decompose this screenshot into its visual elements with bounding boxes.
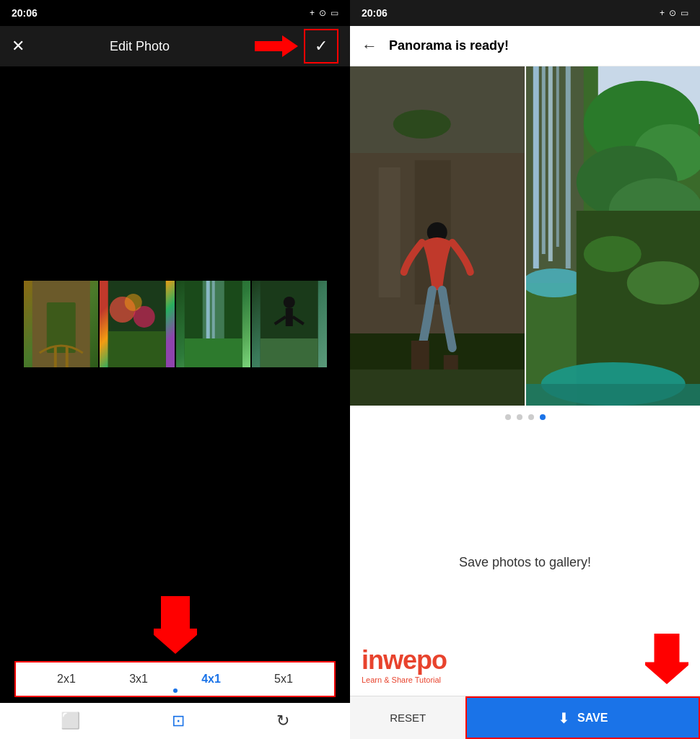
edit-photo-title: Edit Photo [110, 39, 170, 54]
signal-icon-right: + [660, 8, 665, 18]
arrow-down-container [0, 582, 350, 661]
panorama-ready-title: Panorama is ready! [389, 38, 509, 53]
svg-point-50 [626, 261, 699, 305]
toolbar-left: ⬜ ⊡ ↻ [0, 703, 350, 739]
status-bar-right: 20:06 + ⊙ ▭ [350, 0, 700, 26]
battery-icon-right: ▭ [681, 8, 688, 18]
svg-rect-42 [565, 66, 570, 268]
check-button[interactable]: ✓ [304, 29, 338, 64]
svg-rect-4 [65, 346, 68, 367]
dot-3[interactable] [528, 414, 534, 420]
svg-rect-40 [548, 66, 552, 261]
svg-rect-34 [350, 370, 525, 406]
ratio-3x1[interactable]: 3x1 [129, 673, 148, 686]
svg-rect-12 [206, 281, 209, 338]
photo-strip-area [0, 66, 350, 582]
inwepo-subtitle: Learn & Share Tutorial [362, 675, 447, 684]
inwepo-logo-text: inwepo [362, 645, 447, 675]
dot-2[interactable] [517, 414, 522, 420]
strip-image-2 [100, 281, 175, 367]
status-time-right: 20:06 [362, 7, 388, 19]
svg-point-16 [284, 297, 295, 308]
svg-marker-0 [255, 35, 298, 57]
svg-rect-14 [184, 338, 242, 367]
header-right: ← Panorama is ready! [350, 26, 700, 66]
svg-rect-20 [261, 338, 318, 367]
svg-rect-29 [379, 167, 401, 297]
left-panel: 20:06 + ⊙ ▭ ✕ Edit Photo ✓ [0, 0, 350, 739]
status-icons-left: + ⊙ ▭ [310, 8, 338, 18]
check-icon: ✓ [315, 37, 328, 56]
svg-rect-38 [533, 66, 538, 268]
right-panel: 20:06 + ⊙ ▭ ← Panorama is ready! [350, 0, 700, 739]
svg-point-8 [125, 294, 142, 311]
svg-marker-21 [154, 596, 197, 654]
inwepo-brand: inwepo Learn & Share Tutorial [362, 645, 447, 684]
svg-rect-39 [541, 66, 545, 254]
ratio-dot [173, 688, 178, 693]
svg-point-27 [393, 110, 451, 139]
crop-icon[interactable]: ⬜ [61, 712, 80, 730]
arrow-down-save-icon [645, 634, 688, 684]
wifi-icon: ⊙ [319, 8, 326, 18]
battery-icon: ▭ [331, 8, 338, 18]
signal-icon: + [310, 8, 315, 18]
status-icons-right: + ⊙ ▭ [660, 8, 688, 18]
strip-image-3 [176, 281, 251, 367]
strip-image-4 [252, 281, 327, 367]
arrow-down-icon [154, 596, 197, 654]
ratio-5x1[interactable]: 5x1 [274, 673, 293, 686]
header-left: ✕ Edit Photo ✓ [0, 26, 350, 66]
reset-button[interactable]: RESET [350, 696, 465, 739]
dot-1[interactable] [505, 414, 511, 420]
save-button[interactable]: ⬇ SAVE [465, 696, 700, 739]
svg-marker-53 [645, 634, 688, 684]
ratio-4x1[interactable]: 4x1 [201, 673, 221, 686]
photo-strip [24, 281, 327, 367]
back-button[interactable]: ← [362, 37, 377, 56]
status-bar-left: 20:06 + ⊙ ▭ [0, 0, 350, 26]
dot-4-active[interactable] [540, 414, 546, 420]
svg-point-49 [583, 236, 641, 272]
svg-rect-41 [556, 66, 559, 247]
ratio-bar[interactable]: 2x1 3x1 4x1 5x1 [14, 661, 336, 697]
crop-active-icon[interactable]: ⊡ [172, 712, 185, 730]
wifi-icon-right: ⊙ [669, 8, 676, 18]
arrow-right-icon [255, 35, 298, 57]
panorama-image-area [350, 66, 700, 406]
rotate-icon[interactable]: ↻ [276, 712, 289, 730]
ratio-2x1[interactable]: 2x1 [57, 673, 76, 686]
save-label: SAVE [577, 712, 608, 725]
svg-rect-17 [286, 308, 293, 326]
save-download-icon: ⬇ [558, 709, 570, 727]
strip-image-1 [24, 281, 99, 367]
svg-rect-3 [53, 346, 56, 367]
svg-rect-52 [526, 384, 701, 406]
status-time-left: 20:06 [12, 7, 38, 19]
svg-rect-13 [211, 281, 214, 338]
panorama-left-image [350, 66, 525, 406]
close-button[interactable]: ✕ [12, 37, 25, 56]
reset-label: RESET [390, 712, 426, 724]
svg-rect-9 [108, 331, 166, 367]
dots-indicator [350, 406, 700, 429]
save-photos-text: Save photos to gallery! [459, 555, 591, 570]
action-bar: RESET ⬇ SAVE [350, 696, 700, 739]
panorama-right-image [526, 66, 701, 406]
